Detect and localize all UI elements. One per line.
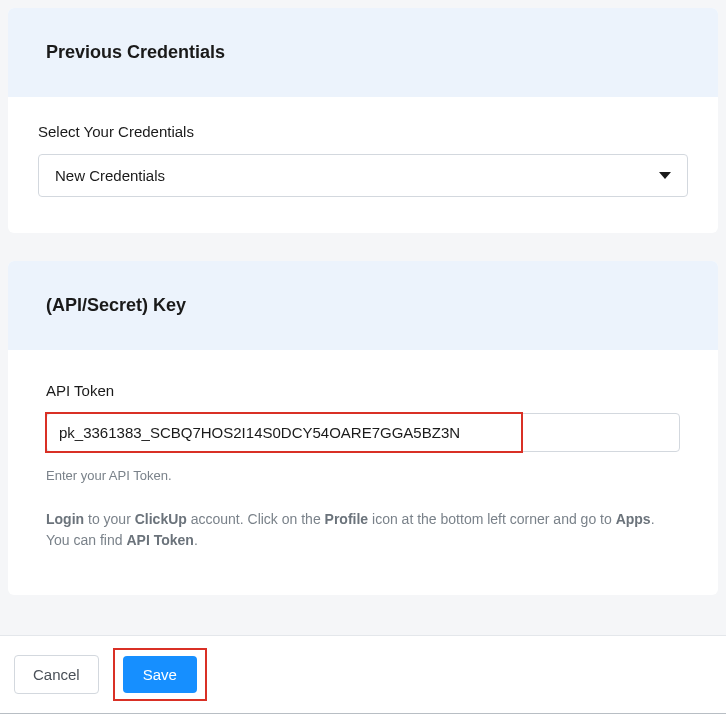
select-credentials-label: Select Your Credentials <box>38 123 688 140</box>
save-highlight: Save <box>113 648 207 701</box>
credentials-select[interactable]: New Credentials <box>38 154 688 197</box>
instr-login: Login <box>46 511 84 527</box>
previous-credentials-card: Previous Credentials Select Your Credent… <box>8 8 718 233</box>
api-key-header: (API/Secret) Key <box>8 261 718 350</box>
previous-credentials-title: Previous Credentials <box>46 42 680 63</box>
previous-credentials-body: Select Your Credentials New Credentials <box>8 97 718 233</box>
api-token-instructions: Login to your ClickUp account. Click on … <box>46 509 680 551</box>
api-token-input[interactable] <box>59 424 509 441</box>
instr-clickup: ClickUp <box>135 511 187 527</box>
previous-credentials-header: Previous Credentials <box>8 8 718 97</box>
api-key-body: API Token Enter your API Token. Login to… <box>8 350 718 595</box>
api-token-helper: Enter your API Token. <box>46 468 680 483</box>
api-token-input-container <box>46 413 680 452</box>
caret-down-icon <box>659 172 671 179</box>
save-button[interactable]: Save <box>123 656 197 693</box>
api-key-card: (API/Secret) Key API Token Enter your AP… <box>8 261 718 595</box>
api-token-highlight <box>45 412 523 453</box>
cancel-button[interactable]: Cancel <box>14 655 99 694</box>
instr-apps: Apps <box>616 511 651 527</box>
credentials-select-value: New Credentials <box>55 167 165 184</box>
api-token-label: API Token <box>46 382 680 399</box>
instr-apitoken: API Token <box>126 532 193 548</box>
instr-profile: Profile <box>325 511 369 527</box>
api-key-title: (API/Secret) Key <box>46 295 680 316</box>
api-token-input-row <box>46 413 680 452</box>
footer-actions: Cancel Save <box>0 635 726 714</box>
credentials-select-wrapper: New Credentials <box>38 154 688 197</box>
